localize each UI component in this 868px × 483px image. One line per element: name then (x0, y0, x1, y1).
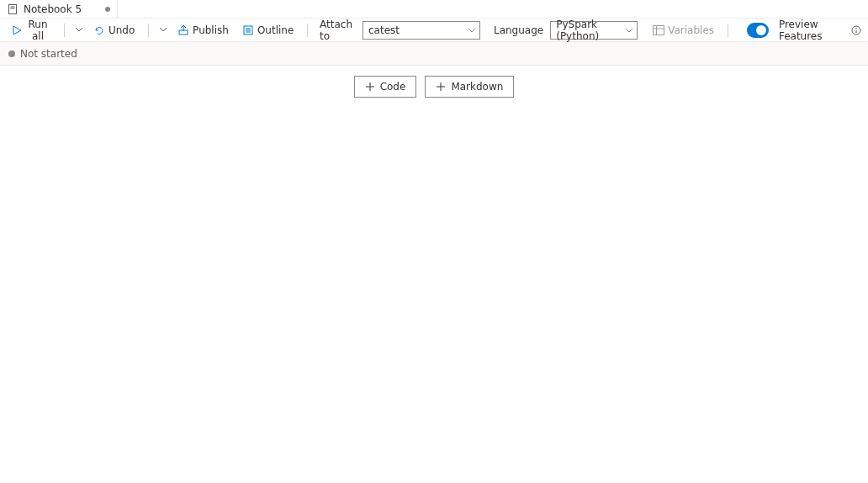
variables-button[interactable]: Variables (648, 22, 719, 39)
divider (148, 24, 149, 37)
publish-icon (177, 24, 189, 36)
variables-label: Variables (668, 24, 714, 36)
divider (728, 24, 728, 37)
toggle-knob (756, 25, 766, 35)
divider (307, 24, 308, 37)
undo-icon (93, 24, 105, 36)
attach-to-dropdown[interactable]: catest (363, 21, 480, 40)
tab-title: Notebook 5 (24, 3, 82, 15)
svg-rect-10 (654, 25, 664, 34)
chevron-down-icon (159, 24, 167, 36)
language-value: PySpark (Python) (556, 19, 622, 42)
notebook-icon (7, 3, 19, 15)
preview-features-toggle[interactable] (747, 23, 769, 38)
preview-features-label: Preview Features (779, 19, 841, 42)
run-all-label: Run all (25, 19, 50, 42)
run-all-button[interactable]: Run all (7, 16, 56, 45)
tab-bar: Notebook 5 (0, 0, 868, 19)
language-label: Language (494, 24, 543, 36)
chevron-down-icon (75, 24, 83, 36)
info-icon[interactable] (851, 25, 861, 35)
add-markdown-cell-button[interactable]: Markdown (425, 76, 514, 98)
undo-button[interactable]: Undo (88, 22, 140, 39)
toolbar: Run all Undo Publish Outline Attach to c… (0, 19, 868, 42)
unsaved-indicator-icon (105, 7, 110, 12)
outline-icon (242, 24, 254, 36)
svg-rect-0 (9, 4, 17, 13)
svg-marker-3 (13, 26, 21, 34)
status-text: Not started (20, 48, 77, 60)
chevron-down-icon (625, 26, 633, 34)
plus-icon (436, 82, 446, 92)
status-bar: Not started (0, 42, 868, 66)
add-code-cell-button[interactable]: Code (354, 76, 417, 98)
attach-to-value: catest (368, 24, 400, 36)
variables-icon (653, 24, 664, 36)
chevron-down-icon (468, 26, 476, 34)
add-code-label: Code (380, 81, 406, 93)
play-icon (12, 24, 22, 36)
attach-to-label: Attach to (320, 19, 356, 42)
run-all-dropdown[interactable] (73, 21, 85, 40)
outline-button[interactable]: Outline (237, 22, 299, 39)
plus-icon (365, 82, 375, 92)
language-dropdown[interactable]: PySpark (Python) (550, 21, 638, 40)
status-indicator-icon (8, 50, 15, 57)
undo-dropdown[interactable] (157, 21, 169, 40)
outline-label: Outline (257, 24, 294, 36)
add-markdown-label: Markdown (451, 81, 503, 93)
publish-label: Publish (193, 24, 229, 36)
undo-label: Undo (108, 24, 135, 36)
content-area: Code Markdown (0, 66, 868, 98)
publish-button[interactable]: Publish (172, 22, 234, 39)
svg-point-15 (855, 27, 856, 28)
divider (64, 24, 65, 37)
